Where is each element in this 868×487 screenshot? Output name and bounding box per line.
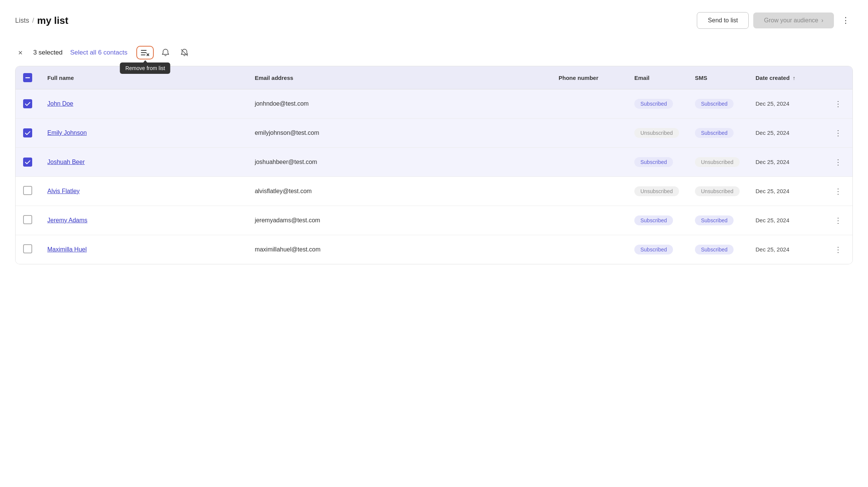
row-menu-button-6[interactable]: ⋮ — [831, 244, 845, 256]
breadcrumb: Lists / my list — [15, 15, 68, 27]
sms-status-badge-2: Subscribed — [695, 128, 734, 138]
col-actions — [824, 66, 852, 89]
contact-sms-status-4: Unsubscribed — [687, 177, 748, 206]
page: Lists / my list Send to list Grow your a… — [0, 0, 868, 487]
contact-phone-2 — [551, 119, 627, 148]
select-all-link[interactable]: Select all 6 contacts — [70, 49, 127, 56]
checkbox-unchecked-5[interactable] — [23, 215, 32, 224]
toolbar-icons: Remove from list — [136, 45, 192, 60]
contact-phone-1 — [551, 89, 627, 119]
contact-sms-status-2: Subscribed — [687, 119, 748, 148]
header-more-button[interactable]: ⋮ — [838, 12, 853, 28]
table-row: Joshuah Beerjoshuahbeer@test.comSubscrib… — [16, 148, 852, 177]
contact-phone-3 — [551, 148, 627, 177]
contact-name-2[interactable]: Emily Johnson — [40, 119, 247, 148]
contact-sms-status-3: Unsubscribed — [687, 148, 748, 177]
table-row: Alvis Flatleyalvisflatley@test.comUnsubs… — [16, 177, 852, 206]
remove-list-icon — [141, 49, 149, 56]
toolbar: × 3 selected Select all 6 contacts Remov… — [15, 39, 853, 66]
bell-off-icon — [180, 48, 189, 57]
contact-email-4: alvisflatley@test.com — [247, 177, 551, 206]
contact-name-5[interactable]: Jeremy Adams — [40, 206, 247, 235]
email-status-badge-2: Unsubscribed — [634, 128, 679, 138]
table-row: Jeremy Adamsjeremyadams@test.comSubscrib… — [16, 206, 852, 235]
checkbox-unchecked-4[interactable] — [23, 186, 32, 195]
row-checkbox-cell-6 — [16, 235, 40, 264]
contact-name-1[interactable]: John Doe — [40, 89, 247, 119]
contact-email-status-2: Unsubscribed — [627, 119, 687, 148]
contact-date-5: Dec 25, 2024 — [748, 206, 824, 235]
col-date-created[interactable]: Date created ↑ — [748, 66, 824, 89]
row-checkbox-cell-1 — [16, 89, 40, 119]
row-menu-cell-4: ⋮ — [824, 177, 852, 206]
grow-audience-button: Grow your audience › — [753, 12, 834, 28]
contact-phone-5 — [551, 206, 627, 235]
contact-email-status-6: Subscribed — [627, 235, 687, 264]
email-status-badge-4: Unsubscribed — [634, 186, 679, 196]
col-email-address: Email address — [247, 66, 551, 89]
checkbox-unchecked-6[interactable] — [23, 244, 32, 253]
row-checkbox-cell-4 — [16, 177, 40, 206]
contact-email-6: maximillahuel@test.com — [247, 235, 551, 264]
send-to-list-button[interactable]: Send to list — [697, 12, 749, 29]
contact-name-6[interactable]: Maximilla Huel — [40, 235, 247, 264]
contact-email-1: jonhndoe@test.com — [247, 89, 551, 119]
date-sort-icon: ↑ — [793, 75, 795, 81]
select-all-checkbox[interactable] — [23, 73, 32, 82]
row-menu-button-1[interactable]: ⋮ — [831, 98, 845, 110]
row-menu-button-2[interactable]: ⋮ — [831, 127, 845, 139]
contact-date-4: Dec 25, 2024 — [748, 177, 824, 206]
selected-count-label: 3 selected — [33, 49, 63, 56]
contact-date-3: Dec 25, 2024 — [748, 148, 824, 177]
contact-email-5: jeremyadams@test.com — [247, 206, 551, 235]
table-row: Maximilla Huelmaximillahuel@test.comSubs… — [16, 235, 852, 264]
subscribe-bell-button[interactable] — [158, 45, 173, 60]
contact-email-status-5: Subscribed — [627, 206, 687, 235]
row-checkbox-cell-5 — [16, 206, 40, 235]
row-checkbox-cell-3 — [16, 148, 40, 177]
contact-date-6: Dec 25, 2024 — [748, 235, 824, 264]
contacts-table: Full name Email address Phone number Ema… — [16, 66, 852, 264]
checkbox-checked-2[interactable] — [23, 128, 32, 137]
contact-email-2: emilyjohnson@test.com — [247, 119, 551, 148]
email-status-badge-1: Subscribed — [634, 99, 673, 109]
row-menu-cell-6: ⋮ — [824, 235, 852, 264]
contact-email-3: joshuahbeer@test.com — [247, 148, 551, 177]
contact-email-status-3: Subscribed — [627, 148, 687, 177]
row-checkbox-cell-2 — [16, 119, 40, 148]
sms-status-badge-1: Subscribed — [695, 99, 734, 109]
contact-phone-4 — [551, 177, 627, 206]
deselect-all-button[interactable]: × — [15, 47, 26, 59]
row-menu-button-4[interactable]: ⋮ — [831, 185, 845, 197]
sms-status-badge-3: Unsubscribed — [695, 157, 740, 167]
row-menu-button-5[interactable]: ⋮ — [831, 214, 845, 226]
email-status-badge-5: Subscribed — [634, 215, 673, 225]
unsubscribe-bell-button[interactable] — [177, 45, 192, 60]
col-sms-status: SMS — [687, 66, 748, 89]
header: Lists / my list Send to list Grow your a… — [15, 12, 853, 29]
contact-phone-6 — [551, 235, 627, 264]
table-row: John Doejonhndoe@test.comSubscribedSubsc… — [16, 89, 852, 119]
sms-status-badge-6: Subscribed — [695, 245, 734, 254]
header-actions: Send to list Grow your audience › ⋮ — [697, 12, 853, 29]
checkbox-checked-1[interactable] — [23, 99, 32, 108]
row-menu-cell-1: ⋮ — [824, 89, 852, 119]
remove-from-list-button[interactable]: Remove from list — [136, 46, 154, 59]
breadcrumb-separator: / — [32, 17, 34, 25]
grow-audience-chevron: › — [821, 17, 823, 24]
contact-sms-status-6: Subscribed — [687, 235, 748, 264]
contact-name-4[interactable]: Alvis Flatley — [40, 177, 247, 206]
table-row: Emily Johnsonemilyjohnson@test.comUnsubs… — [16, 119, 852, 148]
col-phone-number: Phone number — [551, 66, 627, 89]
bell-icon — [161, 48, 170, 57]
row-menu-button-3[interactable]: ⋮ — [831, 156, 845, 168]
col-email-status: Email — [627, 66, 687, 89]
lists-link[interactable]: Lists — [15, 17, 29, 25]
table-header: Full name Email address Phone number Ema… — [16, 66, 852, 89]
row-menu-cell-2: ⋮ — [824, 119, 852, 148]
contact-name-3[interactable]: Joshuah Beer — [40, 148, 247, 177]
email-status-badge-6: Subscribed — [634, 245, 673, 254]
checkbox-checked-3[interactable] — [23, 158, 32, 167]
grow-audience-label: Grow your audience — [764, 17, 818, 24]
table-body: John Doejonhndoe@test.comSubscribedSubsc… — [16, 89, 852, 264]
